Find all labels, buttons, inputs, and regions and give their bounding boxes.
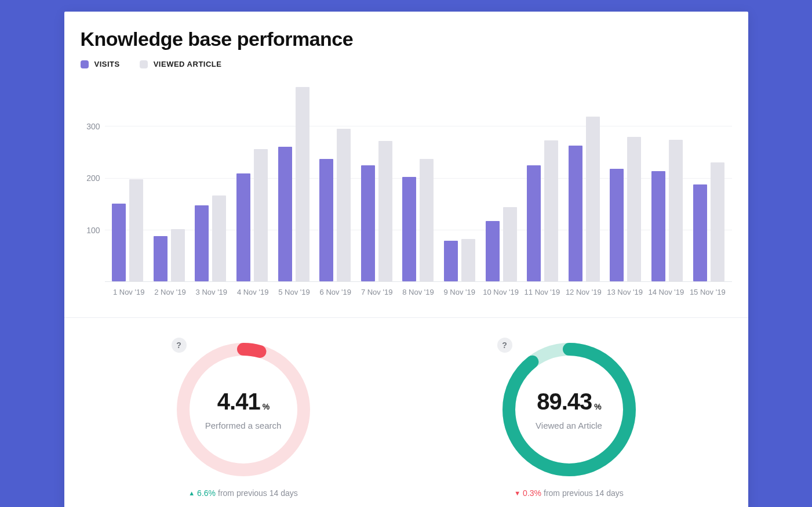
help-icon[interactable]: ? bbox=[172, 338, 187, 353]
legend-item-viewed[interactable]: VIEWED ARTICLE bbox=[140, 60, 222, 68]
bar-group[interactable] bbox=[108, 85, 148, 281]
bar-visits[interactable] bbox=[195, 205, 209, 281]
x-tick: 4 Nov '19 bbox=[232, 288, 273, 296]
legend-item-visits[interactable]: VISITS bbox=[81, 60, 120, 68]
delta-suffix: from previous 14 days bbox=[218, 488, 298, 498]
bar-group[interactable] bbox=[191, 85, 231, 281]
bar-visits[interactable] bbox=[610, 169, 624, 281]
bar-visits[interactable] bbox=[651, 171, 665, 281]
donut-row: ? 4.41 % Performed a search ▲ 6.6% from … bbox=[81, 334, 732, 498]
bar-group[interactable] bbox=[232, 85, 272, 281]
legend-swatch-viewed bbox=[140, 60, 148, 68]
x-tick: 10 Nov '19 bbox=[480, 288, 521, 296]
x-tick: 3 Nov '19 bbox=[191, 288, 232, 296]
x-tick: 15 Nov '19 bbox=[687, 288, 728, 296]
legend-label-visits: VISITS bbox=[94, 60, 120, 68]
x-tick: 12 Nov '19 bbox=[563, 288, 604, 296]
bar-visits[interactable] bbox=[486, 221, 500, 281]
chart-legend: VISITS VIEWED ARTICLE bbox=[81, 60, 732, 68]
x-tick: 7 Nov '19 bbox=[356, 288, 397, 296]
bar-viewed[interactable] bbox=[503, 207, 517, 281]
x-tick: 1 Nov '19 bbox=[108, 288, 150, 296]
bar-visits[interactable] bbox=[112, 204, 126, 281]
y-tick: 100 bbox=[86, 226, 104, 235]
trend-up-icon: ▲ bbox=[188, 490, 195, 497]
x-tick: 9 Nov '19 bbox=[439, 288, 480, 296]
percent-symbol: % bbox=[263, 402, 269, 411]
bar-chart: 1 Nov '192 Nov '193 Nov '194 Nov '195 No… bbox=[81, 85, 732, 301]
x-tick: 11 Nov '19 bbox=[522, 288, 563, 296]
y-tick: 300 bbox=[86, 122, 104, 131]
x-tick: 2 Nov '19 bbox=[150, 288, 191, 296]
donut-value-search: 4.41 bbox=[217, 389, 260, 415]
bar-visits[interactable] bbox=[236, 173, 250, 281]
delta-value: 0.3% bbox=[523, 488, 541, 498]
delta-text-search: ▲ 6.6% from previous 14 days bbox=[188, 488, 298, 498]
plot-area bbox=[105, 85, 732, 282]
bar-group[interactable] bbox=[399, 85, 438, 281]
legend-swatch-visits bbox=[81, 60, 89, 68]
bar-viewed[interactable] bbox=[544, 140, 558, 281]
bar-group[interactable] bbox=[523, 85, 562, 281]
donut-center: 4.41 % Performed a search bbox=[174, 340, 313, 479]
x-tick: 13 Nov '19 bbox=[604, 288, 645, 296]
delta-value: 6.6% bbox=[197, 488, 216, 498]
bar-group[interactable] bbox=[565, 85, 604, 281]
help-icon[interactable]: ? bbox=[497, 338, 512, 353]
bar-viewed[interactable] bbox=[586, 117, 600, 281]
bar-group[interactable] bbox=[440, 85, 479, 281]
delta-text-article: ▼ 0.3% from previous 14 days bbox=[514, 488, 624, 498]
bar-group[interactable] bbox=[606, 85, 646, 281]
donut-label-article: Viewed an Article bbox=[536, 421, 602, 430]
bar-group[interactable] bbox=[689, 85, 729, 281]
bar-visits[interactable] bbox=[402, 177, 416, 281]
x-tick: 8 Nov '19 bbox=[398, 288, 439, 296]
donut-viewed-article: ? 89.43 % Viewed an Article ▼ 0.3% from … bbox=[500, 340, 639, 498]
x-tick: 6 Nov '19 bbox=[315, 288, 356, 296]
bar-viewed[interactable] bbox=[212, 195, 226, 281]
bar-viewed[interactable] bbox=[171, 229, 185, 281]
bar-viewed[interactable] bbox=[129, 179, 143, 281]
bar-viewed[interactable] bbox=[378, 141, 392, 281]
bar-group[interactable] bbox=[647, 85, 687, 281]
delta-suffix: from previous 14 days bbox=[544, 488, 624, 498]
legend-label-viewed: VIEWED ARTICLE bbox=[154, 60, 222, 68]
bar-group[interactable] bbox=[150, 85, 189, 281]
bar-group[interactable] bbox=[315, 85, 355, 281]
page-title: Knowledge base performance bbox=[81, 28, 732, 50]
bar-visits[interactable] bbox=[361, 165, 375, 281]
donut-performed-search: ? 4.41 % Performed a search ▲ 6.6% from … bbox=[174, 340, 313, 498]
bar-visits[interactable] bbox=[278, 147, 292, 281]
bar-visits[interactable] bbox=[569, 146, 582, 281]
donut-value-article: 89.43 bbox=[537, 389, 592, 415]
bar-viewed[interactable] bbox=[296, 87, 309, 281]
percent-symbol: % bbox=[594, 402, 600, 411]
bar-viewed[interactable] bbox=[461, 239, 475, 281]
bars-container bbox=[105, 85, 732, 281]
bar-viewed[interactable] bbox=[337, 129, 351, 281]
bar-visits[interactable] bbox=[693, 184, 707, 281]
x-axis: 1 Nov '192 Nov '193 Nov '194 Nov '195 No… bbox=[105, 282, 732, 296]
bar-group[interactable] bbox=[357, 85, 396, 281]
x-tick: 14 Nov '19 bbox=[646, 288, 687, 296]
x-tick: 5 Nov '19 bbox=[274, 288, 315, 296]
bar-visits[interactable] bbox=[444, 241, 458, 281]
trend-down-icon: ▼ bbox=[514, 490, 520, 497]
bar-viewed[interactable] bbox=[254, 149, 268, 281]
dashboard-card: Knowledge base performance VISITS VIEWED… bbox=[64, 12, 748, 507]
bar-visits[interactable] bbox=[319, 159, 333, 281]
bar-group[interactable] bbox=[482, 85, 521, 281]
bar-viewed[interactable] bbox=[711, 162, 724, 281]
bar-visits[interactable] bbox=[154, 236, 168, 281]
bar-viewed[interactable] bbox=[627, 137, 641, 281]
bar-group[interactable] bbox=[274, 85, 314, 281]
section-divider bbox=[64, 317, 748, 318]
bar-visits[interactable] bbox=[527, 165, 541, 281]
donut-center: 89.43 % Viewed an Article bbox=[500, 340, 639, 479]
y-tick: 200 bbox=[86, 173, 104, 183]
bar-viewed[interactable] bbox=[420, 159, 434, 281]
donut-label-search: Performed a search bbox=[205, 421, 282, 430]
bar-viewed[interactable] bbox=[669, 140, 683, 281]
